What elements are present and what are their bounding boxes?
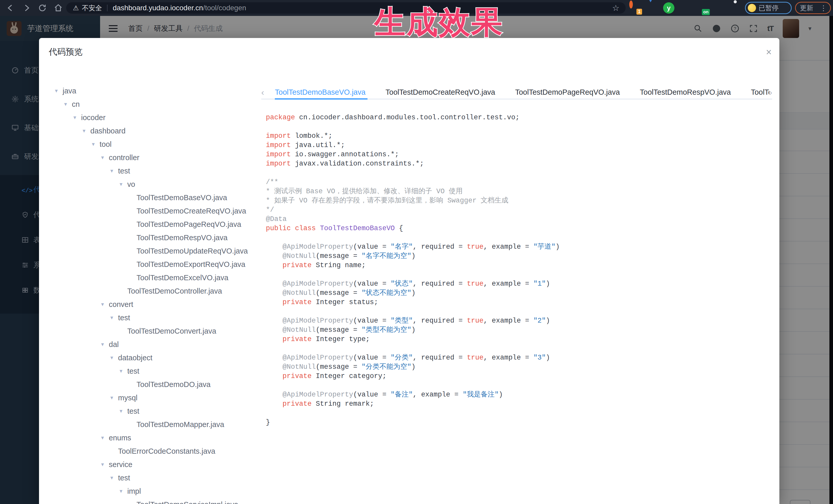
browser-back-icon[interactable]: [6, 4, 15, 12]
tree-node[interactable]: ▾vo: [39, 177, 260, 191]
tree-node[interactable]: ▾convert: [39, 298, 260, 311]
tree-caret-icon[interactable]: ▾: [101, 434, 109, 441]
tree-node[interactable]: ▾test: [39, 364, 260, 378]
tree-node[interactable]: ▾test: [39, 311, 260, 325]
tree-node[interactable]: ▾iocoder: [39, 111, 260, 124]
tree-file[interactable]: ToolTestDemoUpdateReqVO.java: [39, 244, 260, 258]
tree-label: ToolTestDemoServiceImpl.java: [137, 500, 238, 504]
file-tabs-bar: ‹ ToolTestDemoBaseVO.javaToolTestDemoCre…: [261, 85, 772, 100]
browser-reload-icon[interactable]: [38, 4, 47, 12]
tree-node[interactable]: ▾impl: [39, 484, 260, 498]
tree-label: impl: [127, 487, 141, 496]
tree-label: tool: [100, 140, 112, 149]
extension-diamond-icon[interactable]: [681, 2, 692, 14]
tree-caret-icon[interactable]: ▾: [101, 341, 109, 348]
browser-menu-icon[interactable]: ⋮: [820, 4, 827, 12]
tree-caret-icon[interactable]: ▾: [120, 181, 127, 188]
tree-node[interactable]: ▾dal: [39, 338, 260, 351]
tree-caret-icon[interactable]: ▾: [101, 154, 109, 161]
browser-forward-icon[interactable]: [22, 4, 31, 12]
tree-node[interactable]: ▾mysql: [39, 391, 260, 404]
code-line: [266, 122, 774, 131]
tree-caret-icon[interactable]: ▾: [120, 408, 127, 414]
tree-caret-icon[interactable]: ▾: [110, 475, 118, 481]
tree-caret-icon[interactable]: ▾: [110, 394, 118, 401]
tree-file[interactable]: ToolTestDemoMapper.java: [39, 418, 260, 431]
code-line: @NotNull(message = "名字不能为空"): [266, 251, 774, 261]
tree-file[interactable]: ToolTestDemoController.java: [39, 284, 260, 298]
url-path: /tool/codegen: [203, 4, 246, 12]
address-bar[interactable]: ⚠ 不安全 dashboard.yudao.iocoder.cn /tool/c…: [66, 2, 626, 14]
tree-file[interactable]: ToolTestDemoExcelVO.java: [39, 271, 260, 284]
tree-node[interactable]: ▾dataobject: [39, 351, 260, 364]
code-line: @Data: [266, 215, 774, 224]
tree-caret-icon[interactable]: ▾: [120, 368, 127, 375]
tab-ToolTestDemoRespVO.java[interactable]: ToolTestDemoRespVO.java: [640, 85, 731, 100]
code-line: /**: [266, 177, 774, 187]
tree-caret-icon[interactable]: ▾: [101, 461, 109, 468]
bookmark-star-icon[interactable]: ☆: [612, 3, 619, 13]
tree-caret-icon[interactable]: ▾: [110, 314, 118, 321]
tree-file[interactable]: ToolTestDemoConvert.java: [39, 325, 260, 338]
extension-green-icon[interactable]: y: [663, 2, 674, 14]
tree-file[interactable]: ToolTestDemoServiceImpl.java: [39, 498, 260, 504]
browser-home-icon[interactable]: [54, 4, 63, 12]
tree-caret-icon[interactable]: ▾: [92, 141, 100, 148]
modal-close-icon[interactable]: ×: [766, 47, 772, 57]
extension-leaf-icon[interactable]: [715, 2, 726, 14]
tabs-scroll-right-icon[interactable]: ›: [769, 87, 772, 97]
tree-node[interactable]: ▾controller: [39, 151, 260, 164]
code-line: @NotNull(message = "状态不能为空"): [266, 288, 774, 298]
tree-node[interactable]: ▾enums: [39, 431, 260, 445]
tree-node[interactable]: ▾java: [39, 84, 260, 97]
url-host: dashboard.yudao.iocoder.cn: [113, 4, 203, 12]
code-line: @ApiModelProperty(value = "类型", required…: [266, 316, 774, 326]
tree-label: vo: [127, 180, 135, 189]
paused-extension-pill[interactable]: 已暂停: [745, 2, 792, 14]
code-line: @ApiModelProperty(value = "分类", required…: [266, 353, 774, 362]
tab-ToolTe[interactable]: ToolTe: [751, 85, 769, 100]
tree-node[interactable]: ▾test: [39, 471, 260, 484]
tree-file[interactable]: ToolErrorCodeConstants.java: [39, 445, 260, 458]
tree-file[interactable]: ToolTestDemoCreateReqVO.java: [39, 204, 260, 218]
tab-ToolTestDemoPageReqVO.java[interactable]: ToolTestDemoPageReqVO.java: [515, 85, 620, 100]
extension-drop-icon[interactable]: [647, 2, 658, 14]
tree-caret-icon[interactable]: ▾: [64, 101, 72, 107]
tree-caret-icon[interactable]: ▾: [110, 168, 118, 174]
code-viewer[interactable]: package cn.iocoder.dashboard.modules.too…: [266, 113, 774, 504]
tree-file[interactable]: ToolTestDemoRespVO.java: [39, 231, 260, 244]
tree-node[interactable]: ▾tool: [39, 138, 260, 151]
tree-label: test: [118, 167, 130, 175]
tabs-scroll-left-icon[interactable]: ‹: [261, 87, 264, 97]
code-line: [266, 381, 774, 390]
extension-tabs-icon[interactable]: on: [697, 2, 709, 14]
tab-ToolTestDemoBaseVO.java[interactable]: ToolTestDemoBaseVO.java: [275, 85, 365, 100]
tree-label: ToolTestDemoUpdateReqVO.java: [137, 247, 248, 255]
tree-node[interactable]: ▾dashboard: [39, 124, 260, 138]
extension-orange-icon[interactable]: 1: [629, 2, 641, 14]
tree-file[interactable]: ToolTestDemoPageReqVO.java: [39, 218, 260, 231]
modal-title: 代码预览: [49, 46, 82, 58]
browser-update-button[interactable]: 更新 ⋮: [795, 2, 831, 14]
tree-file[interactable]: ToolTestDemoDO.java: [39, 378, 260, 391]
tree-file[interactable]: ToolTestDemoBaseVO.java: [39, 191, 260, 204]
tree-node[interactable]: ▾test: [39, 164, 260, 177]
tree-caret-icon[interactable]: ▾: [55, 88, 63, 94]
tree-caret-icon[interactable]: ▾: [73, 114, 81, 121]
tree-label: ToolTestDemoController.java: [127, 287, 222, 295]
tree-caret-icon[interactable]: ▾: [82, 127, 90, 134]
code-line: [266, 307, 774, 316]
tree-node[interactable]: ▾service: [39, 458, 260, 471]
tree-label: ToolTestDemoExcelVO.java: [137, 273, 229, 282]
extension-puzzle-icon[interactable]: [731, 2, 743, 14]
tree-caret-icon[interactable]: ▾: [120, 488, 127, 495]
tree-caret-icon[interactable]: ▾: [110, 354, 118, 361]
tree-node[interactable]: ▾cn: [39, 97, 260, 111]
code-line: * 如果子 VO 存在差异的字段，请不要添加到这里，影响 Swagger 文档生…: [266, 196, 774, 205]
tree-node[interactable]: ▾test: [39, 404, 260, 418]
code-line: private Integer type;: [266, 335, 774, 344]
tree-caret-icon[interactable]: ▾: [101, 301, 109, 308]
tree-file[interactable]: ToolTestDemoExportReqVO.java: [39, 258, 260, 271]
tab-ToolTestDemoCreateReqVO.java[interactable]: ToolTestDemoCreateReqVO.java: [385, 85, 495, 100]
tree-label: mysql: [118, 394, 138, 402]
